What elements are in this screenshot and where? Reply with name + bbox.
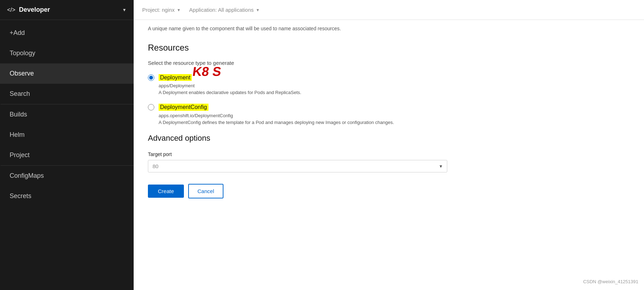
deploymentconfig-desc: A DeploymentConfig defines the template … (159, 120, 630, 125)
sidebar-item-add[interactable]: +Add (0, 23, 134, 43)
developer-icon: </> (7, 7, 15, 13)
resource-subtitle: Select the resource type to generate (148, 60, 630, 66)
topbar: Project: nginx ▼ Application: All applic… (134, 0, 644, 20)
form-content: A unique name given to the component tha… (134, 20, 644, 290)
main-content: Project: nginx ▼ Application: All applic… (134, 0, 644, 290)
target-port-select[interactable]: 80 (148, 160, 447, 172)
sidebar-item-project[interactable]: Project (0, 145, 134, 165)
deploymentconfig-radio[interactable] (148, 104, 154, 110)
sidebar-nav: +Add Topology Observe Search Builds Helm… (0, 20, 134, 206)
target-port-wrapper: 80 ▼ (148, 160, 447, 172)
sidebar-item-observe[interactable]: Observe (0, 63, 134, 84)
target-port-field: Target port 80 ▼ (148, 151, 630, 172)
create-button[interactable]: Create (148, 185, 184, 198)
svg-text:K8 S: K8 S (192, 64, 222, 79)
sidebar-header-left: </> Developer (7, 6, 50, 14)
sidebar-item-secrets[interactable]: Secrets (0, 186, 134, 206)
sidebar-title: Developer (19, 6, 50, 14)
application-selector[interactable]: Application: All applications ▼ (189, 7, 260, 13)
sidebar-item-helm[interactable]: Helm (0, 125, 134, 145)
project-chevron-icon: ▼ (177, 8, 181, 12)
deployment-option: Deployment K8 S apps/Deployment A Deploy… (148, 74, 630, 95)
advanced-options-heading: Advanced options (148, 134, 630, 143)
component-description: A unique name given to the component tha… (148, 20, 630, 40)
watermark: CSDN @weixin_41251391 (583, 279, 638, 284)
deployment-label-row: Deployment K8 S (148, 74, 630, 81)
deploymentconfig-api: apps.openshift.io/DeploymentConfig (159, 113, 630, 118)
deploymentconfig-option: DeploymentConfig apps.openshift.io/Deplo… (148, 104, 630, 125)
sidebar-item-search[interactable]: Search (0, 84, 134, 104)
sidebar-item-builds[interactable]: Builds (0, 104, 134, 125)
footer-buttons: Create Cancel (148, 184, 630, 198)
sidebar-header: </> Developer ▼ (0, 0, 134, 20)
deployment-desc: A Deployment enables declarative updates… (159, 90, 630, 95)
resources-heading: Resources (148, 43, 630, 53)
target-port-label: Target port (148, 151, 630, 157)
deployment-api: apps/Deployment (159, 83, 630, 88)
deployment-label: Deployment (159, 74, 192, 81)
deployment-label-wrapper: Deployment K8 S (159, 74, 192, 81)
sidebar-chevron-icon[interactable]: ▼ (122, 7, 127, 12)
deployment-radio[interactable] (148, 74, 154, 81)
application-chevron-icon: ▼ (256, 8, 260, 12)
deploymentconfig-label: DeploymentConfig (159, 104, 208, 111)
sidebar-item-topology[interactable]: Topology (0, 43, 134, 63)
application-label: Application: All applications (189, 7, 254, 13)
deploymentconfig-label-row: DeploymentConfig (148, 104, 630, 111)
cancel-button[interactable]: Cancel (188, 184, 223, 198)
project-label: Project: nginx (142, 7, 175, 13)
sidebar: </> Developer ▼ +Add Topology Observe Se… (0, 0, 134, 290)
project-selector[interactable]: Project: nginx ▼ (142, 7, 181, 13)
sidebar-item-configmaps[interactable]: ConfigMaps (0, 165, 134, 186)
